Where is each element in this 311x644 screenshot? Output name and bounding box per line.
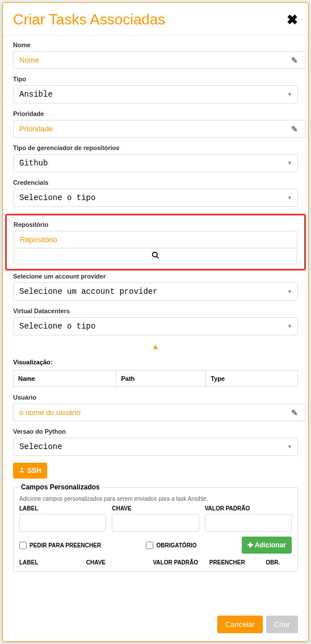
ask-fill-check: PEDIR PARA PREENCHER [19,542,101,549]
cf-default-input[interactable] [205,514,292,532]
vdc-label: Virtual Datacenters [13,308,298,314]
repo-manager-label: Tipo de gerenciador de repositórios [13,144,298,151]
cancel-button[interactable]: Cancelar [217,616,263,633]
priority-group: Prioridade ✎ [13,110,298,138]
search-icon [152,252,159,261]
cf-default-label: VALOR PADRÃO [205,505,292,512]
cf-key-input[interactable] [112,514,199,532]
plus-icon: ✚ [247,541,253,549]
account-provider-group: Selecione um account provider Selecione … [13,273,298,301]
table-header-path: Path [116,371,206,387]
ssh-button-label: SSH [27,467,41,475]
create-button[interactable]: Criar [266,616,298,633]
mandatory-checkbox[interactable] [146,542,153,549]
custom-fields-legend: Campos Personalizados [19,483,102,491]
mandatory-check: OBRIGATÓRIO [146,542,196,549]
modal-title: Criar Tasks Associadas [13,11,165,28]
priority-label: Prioridade [13,110,298,117]
user-group: Usuário ✎ [13,394,298,421]
visualization-label: Visualização: [13,359,298,365]
mandatory-label: OBRIGATÓRIO [156,542,196,549]
warning-icon: ▲ [13,342,298,351]
name-group: Nome ✎ [13,41,298,69]
python-version-group: Versao do Python Selecione [13,428,298,456]
cf-label-input[interactable] [19,514,106,532]
account-provider-label: Selecione um account provider [13,273,298,280]
repository-highlighted-group: Repositório [5,214,306,271]
visualization-table: Name Path Type [13,370,298,387]
account-provider-select[interactable]: Selecione um account provider [13,282,298,301]
credentials-label: Credenciais [13,179,298,186]
cf-hdr-label: LABEL [19,559,82,566]
modal-header: Criar Tasks Associadas ✖ [3,3,308,36]
vdc-select[interactable]: Selecione o tipo [13,317,298,335]
upload-icon [19,467,25,475]
credentials-select[interactable]: Selecione o tipo [13,189,298,207]
close-icon[interactable]: ✖ [287,12,298,28]
modal-body: Nome ✎ Tipo Ansible Prioridade ✎ Tipo de… [3,36,308,608]
ask-fill-label: PEDIR PARA PREENCHER [30,542,101,549]
table-header-type: Type [206,371,298,387]
name-input[interactable] [13,51,306,69]
custom-fields-fieldset: Campos Personalizados Adicione campos pe… [13,483,298,572]
cf-hdr-obr: OBR. [266,559,292,566]
add-button-label: Adicionar [255,541,286,549]
edit-icon[interactable]: ✎ [291,56,298,65]
svg-line-1 [157,256,159,259]
credentials-group: Credenciais Selecione o tipo [13,179,298,207]
type-select[interactable]: Ansible [13,85,298,103]
cf-label-label: LABEL [19,505,106,512]
repository-input[interactable] [14,231,297,248]
vdc-group: Virtual Datacenters Selecione o tipo [13,308,298,335]
repository-search-button[interactable] [14,248,297,264]
edit-icon[interactable]: ✎ [291,408,298,417]
add-button[interactable]: ✚ Adicionar [242,537,292,554]
table-header-name: Name [14,371,116,387]
type-group: Tipo Ansible [13,76,298,103]
repo-manager-select[interactable]: Github [13,154,298,172]
cf-key-label: CHAVE [112,505,199,512]
python-version-select[interactable]: Selecione [13,438,298,456]
name-label: Nome [13,41,298,48]
type-label: Tipo [13,76,298,82]
python-version-label: Versao do Python [13,428,298,435]
user-input[interactable] [13,404,306,421]
repository-label: Repositório [14,221,297,228]
svg-point-0 [153,252,157,257]
ssh-button[interactable]: SSH [13,463,47,479]
modal-footer: Cancelar Criar [3,608,308,641]
user-label: Usuário [13,394,298,401]
priority-input[interactable] [13,120,306,138]
create-tasks-modal: Criar Tasks Associadas ✖ Nome ✎ Tipo Ans… [2,2,309,642]
cf-hdr-key: CHAVE [86,559,149,566]
cf-table-header: LABEL CHAVE VALOR PADRÃO PREENCHER OBR. [19,559,292,566]
cf-hdr-default: VALOR PADRÃO [153,559,204,566]
cf-hdr-fill: PREENCHER [209,559,261,566]
visualization-group: Visualização: Name Path Type [13,359,298,387]
repo-manager-group: Tipo de gerenciador de repositórios Gith… [13,144,298,172]
ask-fill-checkbox[interactable] [19,542,27,549]
custom-fields-description: Adicione campos personalizados para sere… [19,496,292,502]
edit-icon[interactable]: ✎ [291,124,298,134]
